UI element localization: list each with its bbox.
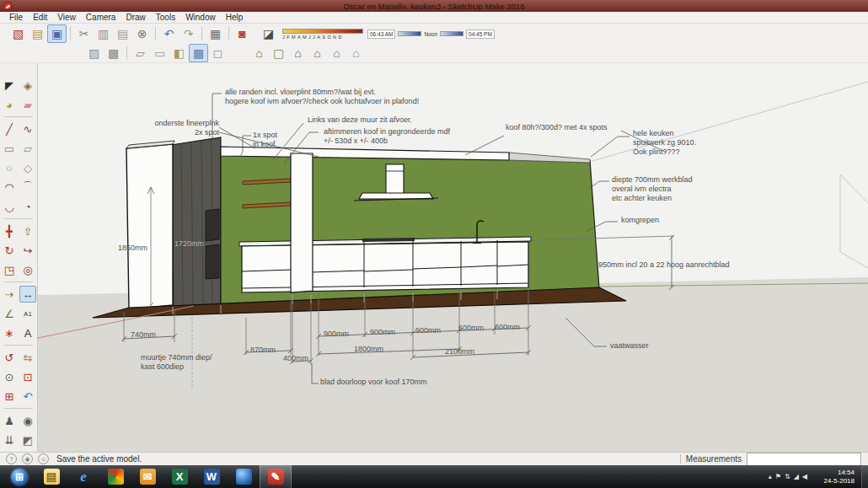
media-player-icon [236, 469, 252, 485]
measurements-input[interactable] [747, 453, 861, 466]
erase-button[interactable]: ⊗ [132, 24, 152, 43]
push-pull-tool[interactable]: ⇧ [19, 223, 36, 239]
three-d-text-tool[interactable]: A [19, 324, 36, 341]
shaded-with-textures-button[interactable]: ▦ [189, 44, 208, 62]
right-view-button[interactable]: ⌂ [308, 44, 327, 62]
position-camera-tool[interactable]: ♟ [1, 412, 18, 429]
dimension-tool[interactable]: ↔ [19, 286, 36, 303]
select-tool[interactable]: ◤ [1, 77, 18, 94]
measurements-label: Measurements [686, 454, 742, 464]
pan-tool[interactable]: ⇆ [19, 349, 36, 366]
section-plane-tool[interactable]: ◩ [19, 432, 36, 448]
action-center-icon[interactable]: ⚑ [775, 473, 781, 480]
shaded-button[interactable]: ◧ [169, 44, 189, 62]
drawing-canvas[interactable]: 570mm [38, 63, 868, 452]
styles-views-toolbar: ▨▩▱▭◧▦◻⌂▢⌂⌂⌂⌂ [0, 44, 868, 63]
menu-file[interactable]: File [4, 12, 28, 24]
cut-button[interactable]: ✂ [74, 24, 94, 43]
rotate-tool[interactable]: ↻ [1, 242, 18, 259]
protractor-tool[interactable]: ∠ [1, 305, 18, 322]
copy-button[interactable]: ▥ [94, 24, 113, 43]
line-tool[interactable]: ╱ [1, 121, 18, 137]
geolocation-icon[interactable]: ◉ [22, 453, 33, 464]
menu-help[interactable]: Help [221, 12, 249, 24]
new-button[interactable]: ▧ [8, 24, 28, 43]
move-tool[interactable]: ╋ [1, 223, 18, 239]
scale-tool[interactable]: ◳ [1, 261, 18, 278]
look-around-tool[interactable]: ◉ [19, 412, 36, 429]
redo-button[interactable]: ↷ [179, 24, 198, 43]
paint-bucket-tool[interactable]: ◕ [1, 96, 18, 113]
taskbar-media-player[interactable] [228, 465, 260, 488]
follow-me-tool[interactable]: ↪ [19, 242, 36, 259]
taskbar-start[interactable]: ⊞ [3, 465, 35, 488]
wireframe-button[interactable]: ▱ [131, 44, 150, 62]
left-view-button[interactable]: ⌂ [346, 44, 366, 62]
undo-button[interactable]: ↶ [159, 24, 179, 43]
help-icon[interactable]: ? [6, 453, 17, 464]
palette-row: ∠A1 [0, 305, 37, 322]
three-point-arc-tool[interactable]: ◡ [1, 198, 18, 215]
top-view-button[interactable]: ▢ [269, 44, 288, 62]
polygon-tool[interactable]: ◇ [19, 159, 36, 176]
model-info-button[interactable]: ◙ [233, 24, 252, 43]
volume-icon[interactable]: ◀ [802, 473, 807, 480]
menu-edit[interactable]: Edit [28, 12, 52, 24]
palette-separator [4, 116, 33, 117]
menu-tools[interactable]: Tools [151, 12, 180, 24]
arc-tool[interactable]: ◠ [1, 179, 18, 196]
taskbar-clock[interactable]: 14:54 24-5-2018 [812, 469, 855, 485]
rotated-rectangle-tool[interactable]: ▱ [19, 140, 36, 157]
shadow-month-labels: JFMAMJJASOND [282, 35, 363, 40]
network-icon[interactable]: ⇅ [785, 473, 790, 480]
rectangle-tool[interactable]: ▭ [1, 140, 18, 157]
shadow-time-slider[interactable]: 06:43 AM Noon 04:45 PM [367, 29, 495, 39]
palette-row: ◳◎ [0, 261, 37, 278]
taskbar-internet-explorer[interactable]: e [67, 465, 99, 488]
menu-window[interactable]: Window [180, 12, 221, 24]
iso-view-button[interactable]: ⌂ [249, 44, 269, 62]
show-desktop-button[interactable] [861, 465, 868, 488]
show-hidden-icons[interactable]: ▴ [769, 473, 772, 480]
text-tool[interactable]: A1 [19, 305, 36, 322]
taskbar-chrome[interactable] [99, 465, 131, 488]
taskbar-outlook[interactable]: ✉ [131, 465, 163, 488]
hidden-line-button[interactable]: ▭ [150, 44, 169, 62]
open-button[interactable]: ▤ [28, 24, 47, 43]
back-edges-button[interactable]: ▩ [104, 44, 123, 62]
walk-tool[interactable]: ⇊ [1, 432, 18, 448]
axes-tool[interactable]: ∗ [1, 324, 18, 341]
menu-draw[interactable]: Draw [121, 12, 150, 24]
menu-camera[interactable]: Camera [81, 12, 121, 24]
xray-button[interactable]: ▨ [84, 44, 104, 62]
eraser-tool[interactable]: ▰ [19, 96, 36, 113]
taskbar-excel[interactable]: X [163, 465, 196, 488]
circle-tool[interactable]: ○ [1, 159, 18, 176]
menu-view[interactable]: View [52, 12, 81, 24]
freehand-tool[interactable]: ∿ [19, 121, 36, 137]
previous-tool[interactable]: ↶ [19, 388, 36, 405]
zoom-extents-tool[interactable]: ⊞ [1, 388, 18, 405]
signal-icon[interactable]: ◢ [794, 473, 799, 480]
pie-tool[interactable]: ◔ [19, 198, 36, 215]
status-separator [680, 454, 681, 464]
tape-measure-tool[interactable]: ⇢ [1, 286, 18, 303]
shadows-toggle-button[interactable]: ◪ [259, 24, 278, 43]
orbit-tool[interactable]: ↺ [1, 349, 18, 366]
taskbar-sketchup[interactable]: ✎ [260, 465, 292, 488]
save-button[interactable]: ▣ [47, 24, 67, 43]
two-point-arc-tool[interactable]: ⌒ [19, 179, 36, 196]
front-view-button[interactable]: ⌂ [288, 44, 308, 62]
shadow-date-slider[interactable]: JFMAMJJASOND [282, 29, 363, 40]
print-button[interactable]: ▦ [206, 24, 225, 43]
zoom-tool[interactable]: ⊙ [1, 368, 18, 385]
back-view-button[interactable]: ⌂ [327, 44, 346, 62]
taskbar-word[interactable]: W [196, 465, 228, 488]
make-component-tool[interactable]: ◈ [19, 77, 36, 94]
offset-tool[interactable]: ◎ [19, 261, 36, 278]
zoom-window-tool[interactable]: ⊡ [19, 368, 36, 385]
taskbar-explorer[interactable]: ▤ [35, 465, 67, 488]
monochrome-button[interactable]: ◻ [208, 44, 228, 62]
credits-icon[interactable]: ☺ [38, 453, 49, 464]
paste-button[interactable]: ▤ [113, 24, 132, 43]
